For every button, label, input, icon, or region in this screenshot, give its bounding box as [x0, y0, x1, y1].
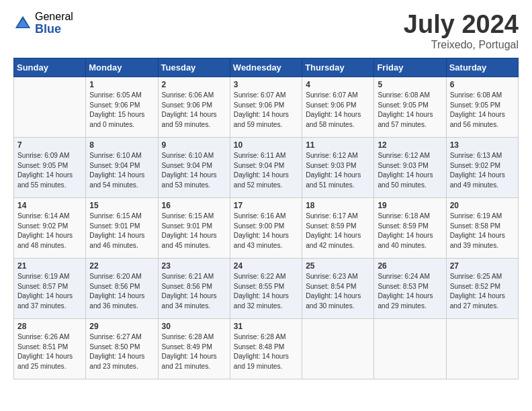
day-number: 7 — [17, 140, 82, 150]
day-number: 25 — [306, 261, 370, 271]
day-number: 22 — [89, 261, 154, 271]
day-cell — [14, 77, 86, 137]
day-info: Sunrise: 6:09 AM Sunset: 9:05 PM Dayligh… — [17, 151, 82, 191]
day-info: Sunrise: 6:12 AM Sunset: 9:03 PM Dayligh… — [378, 151, 442, 191]
day-number: 2 — [162, 80, 226, 89]
day-info: Sunrise: 6:06 AM Sunset: 9:06 PM Dayligh… — [162, 91, 226, 130]
day-info: Sunrise: 6:10 AM Sunset: 9:04 PM Dayligh… — [162, 151, 226, 191]
header-cell-tuesday: Tuesday — [158, 58, 230, 77]
calendar-header: SundayMondayTuesdayWednesdayThursdayFrid… — [14, 58, 519, 77]
day-info: Sunrise: 6:20 AM Sunset: 8:56 PM Dayligh… — [89, 272, 154, 312]
day-info: Sunrise: 6:22 AM Sunset: 8:55 PM Dayligh… — [234, 272, 298, 312]
day-info: Sunrise: 6:10 AM Sunset: 9:04 PM Dayligh… — [89, 151, 154, 191]
calendar-table: SundayMondayTuesdayWednesdayThursdayFrid… — [13, 58, 519, 379]
day-number: 6 — [450, 80, 515, 89]
day-cell: 13Sunrise: 6:13 AM Sunset: 9:02 PM Dayli… — [446, 137, 518, 197]
day-info: Sunrise: 6:24 AM Sunset: 8:53 PM Dayligh… — [378, 272, 442, 312]
week-row-1: 7Sunrise: 6:09 AM Sunset: 9:05 PM Daylig… — [14, 137, 519, 197]
day-number: 10 — [234, 140, 298, 150]
day-cell: 31Sunrise: 6:28 AM Sunset: 8:48 PM Dayli… — [230, 318, 302, 379]
day-number: 23 — [162, 261, 226, 271]
day-info: Sunrise: 6:08 AM Sunset: 9:05 PM Dayligh… — [378, 91, 442, 130]
location: Treixedo, Portugal — [404, 39, 519, 51]
day-number: 4 — [306, 80, 370, 89]
day-cell — [446, 318, 518, 379]
day-info: Sunrise: 6:18 AM Sunset: 8:59 PM Dayligh… — [378, 212, 442, 251]
day-cell: 17Sunrise: 6:16 AM Sunset: 9:00 PM Dayli… — [230, 197, 302, 258]
day-cell: 10Sunrise: 6:11 AM Sunset: 9:04 PM Dayli… — [230, 137, 302, 197]
day-cell: 29Sunrise: 6:27 AM Sunset: 8:50 PM Dayli… — [86, 318, 158, 379]
logo-icon — [13, 14, 32, 33]
day-number: 29 — [89, 322, 154, 331]
day-cell: 24Sunrise: 6:22 AM Sunset: 8:55 PM Dayli… — [230, 258, 302, 318]
day-number: 16 — [162, 201, 226, 210]
day-number: 17 — [234, 201, 298, 210]
day-number: 28 — [17, 322, 82, 331]
day-info: Sunrise: 6:12 AM Sunset: 9:03 PM Dayligh… — [306, 151, 370, 191]
week-row-4: 28Sunrise: 6:26 AM Sunset: 8:51 PM Dayli… — [14, 318, 519, 379]
day-cell: 25Sunrise: 6:23 AM Sunset: 8:54 PM Dayli… — [302, 258, 374, 318]
title-block: July 2024 Treixedo, Portugal — [404, 11, 519, 51]
day-cell: 28Sunrise: 6:26 AM Sunset: 8:51 PM Dayli… — [14, 318, 86, 379]
day-cell: 4Sunrise: 6:07 AM Sunset: 9:06 PM Daylig… — [302, 77, 374, 137]
day-info: Sunrise: 6:27 AM Sunset: 8:50 PM Dayligh… — [89, 332, 154, 372]
day-info: Sunrise: 6:16 AM Sunset: 9:00 PM Dayligh… — [234, 212, 298, 251]
day-info: Sunrise: 6:19 AM Sunset: 8:58 PM Dayligh… — [450, 212, 515, 251]
day-info: Sunrise: 6:28 AM Sunset: 8:48 PM Dayligh… — [234, 332, 298, 372]
day-number: 19 — [378, 201, 442, 210]
day-cell: 5Sunrise: 6:08 AM Sunset: 9:05 PM Daylig… — [374, 77, 446, 137]
day-info: Sunrise: 6:15 AM Sunset: 9:01 PM Dayligh… — [89, 212, 154, 251]
day-cell: 7Sunrise: 6:09 AM Sunset: 9:05 PM Daylig… — [14, 137, 86, 197]
day-number: 11 — [306, 140, 370, 150]
day-info: Sunrise: 6:19 AM Sunset: 8:57 PM Dayligh… — [17, 272, 82, 312]
day-number: 20 — [450, 201, 515, 210]
day-cell: 27Sunrise: 6:25 AM Sunset: 8:52 PM Dayli… — [446, 258, 518, 318]
day-info: Sunrise: 6:08 AM Sunset: 9:05 PM Dayligh… — [450, 91, 515, 130]
day-cell: 14Sunrise: 6:14 AM Sunset: 9:02 PM Dayli… — [14, 197, 86, 258]
day-info: Sunrise: 6:05 AM Sunset: 9:06 PM Dayligh… — [89, 91, 154, 130]
day-info: Sunrise: 6:25 AM Sunset: 8:52 PM Dayligh… — [450, 272, 515, 312]
day-cell: 1Sunrise: 6:05 AM Sunset: 9:06 PM Daylig… — [86, 77, 158, 137]
day-info: Sunrise: 6:13 AM Sunset: 9:02 PM Dayligh… — [450, 151, 515, 191]
day-cell: 6Sunrise: 6:08 AM Sunset: 9:05 PM Daylig… — [446, 77, 518, 137]
header-cell-friday: Friday — [374, 58, 446, 77]
day-cell: 11Sunrise: 6:12 AM Sunset: 9:03 PM Dayli… — [302, 137, 374, 197]
day-number: 18 — [306, 201, 370, 210]
day-number: 30 — [162, 322, 226, 331]
calendar-body: 1Sunrise: 6:05 AM Sunset: 9:06 PM Daylig… — [14, 77, 519, 379]
logo-text: General Blue — [35, 11, 73, 36]
day-cell: 19Sunrise: 6:18 AM Sunset: 8:59 PM Dayli… — [374, 197, 446, 258]
header-cell-sunday: Sunday — [14, 58, 86, 77]
day-number: 13 — [450, 140, 515, 150]
header-cell-saturday: Saturday — [446, 58, 518, 77]
week-row-3: 21Sunrise: 6:19 AM Sunset: 8:57 PM Dayli… — [14, 258, 519, 318]
day-cell: 2Sunrise: 6:06 AM Sunset: 9:06 PM Daylig… — [158, 77, 230, 137]
header-cell-thursday: Thursday — [302, 58, 374, 77]
header-cell-wednesday: Wednesday — [230, 58, 302, 77]
day-number: 27 — [450, 261, 515, 271]
day-number: 5 — [378, 80, 442, 89]
logo-blue-text: Blue — [35, 23, 73, 36]
day-number: 15 — [89, 201, 154, 210]
day-cell: 22Sunrise: 6:20 AM Sunset: 8:56 PM Dayli… — [86, 258, 158, 318]
day-info: Sunrise: 6:23 AM Sunset: 8:54 PM Dayligh… — [306, 272, 370, 312]
header-row: SundayMondayTuesdayWednesdayThursdayFrid… — [14, 58, 519, 77]
day-number: 14 — [17, 201, 82, 210]
day-cell: 30Sunrise: 6:28 AM Sunset: 8:49 PM Dayli… — [158, 318, 230, 379]
day-info: Sunrise: 6:14 AM Sunset: 9:02 PM Dayligh… — [17, 212, 82, 251]
day-number: 26 — [378, 261, 442, 271]
week-row-2: 14Sunrise: 6:14 AM Sunset: 9:02 PM Dayli… — [14, 197, 519, 258]
day-info: Sunrise: 6:21 AM Sunset: 8:56 PM Dayligh… — [162, 272, 226, 312]
day-info: Sunrise: 6:15 AM Sunset: 9:01 PM Dayligh… — [162, 212, 226, 251]
day-number: 21 — [17, 261, 82, 271]
day-info: Sunrise: 6:11 AM Sunset: 9:04 PM Dayligh… — [234, 151, 298, 191]
day-cell: 26Sunrise: 6:24 AM Sunset: 8:53 PM Dayli… — [374, 258, 446, 318]
day-cell: 8Sunrise: 6:10 AM Sunset: 9:04 PM Daylig… — [86, 137, 158, 197]
logo: General Blue — [13, 11, 73, 36]
day-cell: 21Sunrise: 6:19 AM Sunset: 8:57 PM Dayli… — [14, 258, 86, 318]
day-cell: 15Sunrise: 6:15 AM Sunset: 9:01 PM Dayli… — [86, 197, 158, 258]
day-number: 1 — [89, 80, 154, 89]
week-row-0: 1Sunrise: 6:05 AM Sunset: 9:06 PM Daylig… — [14, 77, 519, 137]
day-number: 24 — [234, 261, 298, 271]
day-cell: 23Sunrise: 6:21 AM Sunset: 8:56 PM Dayli… — [158, 258, 230, 318]
